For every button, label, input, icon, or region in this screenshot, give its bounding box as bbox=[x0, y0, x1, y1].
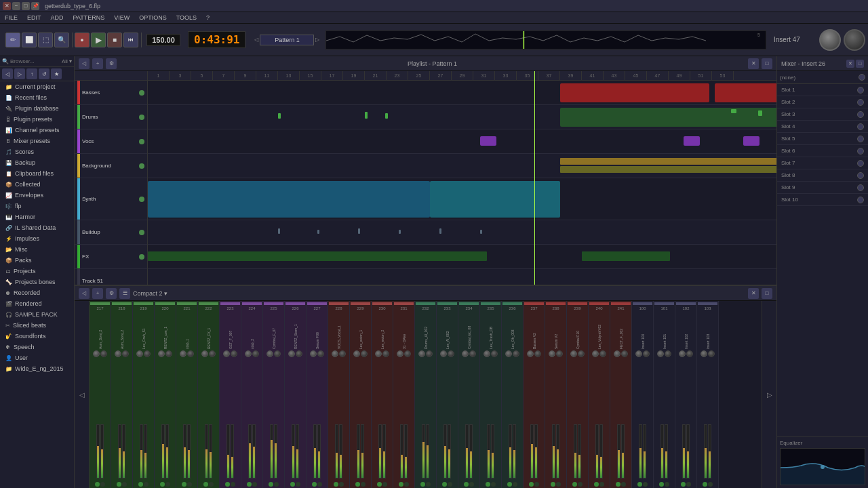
mixer-channel-230[interactable]: 230 Lex_exion_2 bbox=[372, 301, 393, 488]
ch-led-green-13[interactable] bbox=[377, 482, 382, 487]
playlist-add[interactable]: + bbox=[92, 58, 103, 69]
insert-slot-7[interactable]: Slot 7 bbox=[777, 157, 868, 169]
ch-knob-vol-14[interactable] bbox=[397, 350, 403, 357]
tool-draw[interactable]: ✏ bbox=[5, 33, 20, 47]
track-label-background[interactable]: Background bbox=[75, 154, 147, 178]
mixer-close[interactable]: ✕ bbox=[748, 288, 759, 299]
track-mute-basses[interactable] bbox=[139, 90, 144, 96]
ch-led-off-4[interactable] bbox=[187, 482, 192, 487]
track-mute-vocs[interactable] bbox=[139, 139, 144, 144]
ch-knob-pan-28[interactable] bbox=[708, 350, 715, 357]
master-pitch-knob[interactable] bbox=[844, 29, 865, 51]
insert-slot-2-knob[interactable] bbox=[857, 99, 864, 106]
ch-knob-vol-24[interactable] bbox=[614, 350, 620, 357]
sidebar-item-scores[interactable]: 🎵Scores bbox=[0, 146, 74, 157]
mixer-channel-223[interactable]: 223 GET_F_007 bbox=[220, 301, 241, 488]
menu-patterns[interactable]: PATTERNS bbox=[71, 14, 107, 21]
ch-led-off-12[interactable] bbox=[361, 482, 366, 487]
ch-led-green-18[interactable] bbox=[486, 482, 490, 487]
track-label-buildup[interactable]: Buildup bbox=[75, 220, 147, 245]
ch-led-green-2[interactable] bbox=[138, 482, 143, 487]
track-label-basses[interactable]: Basses bbox=[75, 81, 147, 105]
sidebar-item-envelopes[interactable]: 📈Envelopes bbox=[0, 190, 74, 201]
sidebar-item-clipboard-files[interactable]: 📋Clipboard files bbox=[0, 168, 74, 179]
ch-led-off-21[interactable] bbox=[556, 482, 561, 487]
sidebar-item-user[interactable]: 👤User bbox=[0, 352, 74, 363]
sidebar-up-btn[interactable]: ↑ bbox=[26, 68, 37, 79]
mixer-channel-240[interactable]: 240 Lex_VolynthY02 bbox=[589, 301, 610, 488]
ch-knob-pan-23[interactable] bbox=[599, 350, 606, 357]
mixer-channel-220[interactable]: 220 RENTZ_con_1 bbox=[155, 301, 176, 488]
buildup-dot-3[interactable] bbox=[358, 228, 360, 234]
insert-slot-5[interactable]: Slot 5 bbox=[777, 133, 868, 145]
mixer-channel-235[interactable]: 235 Lex_Trash_DB bbox=[480, 301, 502, 488]
drums-block-4[interactable] bbox=[731, 109, 736, 113]
mixer-channel-225[interactable]: 225 Cymbal_F_07 bbox=[263, 301, 285, 488]
maximize-icon[interactable]: □ bbox=[22, 2, 30, 10]
ch-led-off-5[interactable] bbox=[209, 482, 214, 487]
ch-knob-vol-0[interactable] bbox=[93, 350, 100, 357]
pattern-block-basses-1[interactable] bbox=[560, 83, 709, 102]
track-label-drums[interactable]: Drums bbox=[75, 105, 147, 129]
ch-knob-vol-25[interactable] bbox=[635, 350, 642, 357]
ch-led-off-1[interactable] bbox=[122, 482, 127, 487]
pin-icon[interactable]: 📌 bbox=[31, 2, 39, 10]
sidebar-item-plugin-presets[interactable]: 🎛Plugin presets bbox=[0, 114, 74, 125]
insert-slot-8-knob[interactable] bbox=[857, 172, 864, 179]
track-label-51[interactable]: Track 51 bbox=[75, 269, 147, 285]
ch-knob-pan-4[interactable] bbox=[187, 350, 194, 357]
ch-knob-vol-17[interactable] bbox=[462, 350, 469, 357]
buildup-dot-1[interactable] bbox=[278, 228, 280, 234]
ch-knob-pan-15[interactable] bbox=[426, 350, 433, 357]
bg-block-bottom[interactable] bbox=[560, 166, 776, 173]
menu-file[interactable]: FILE bbox=[3, 14, 20, 21]
close-icon[interactable]: ✕ bbox=[3, 2, 11, 10]
insert-slot-6-knob[interactable] bbox=[857, 148, 864, 155]
mixer-channel-224[interactable]: 224 stab_2 bbox=[241, 301, 263, 488]
ch-knob-vol-15[interactable] bbox=[418, 350, 425, 357]
mixer-channel-101[interactable]: 101 Insert 101 bbox=[654, 301, 675, 488]
insert-slot-7-knob[interactable] bbox=[857, 160, 864, 167]
ch-led-green-11[interactable] bbox=[334, 482, 338, 487]
sidebar-refresh-btn[interactable]: ↺ bbox=[39, 68, 50, 79]
sidebar-item-soundfonts[interactable]: 🎷Soundfonts bbox=[0, 331, 74, 342]
vocs-block-3[interactable] bbox=[743, 136, 760, 146]
ch-knob-pan-26[interactable] bbox=[665, 350, 671, 357]
mixer-channel-233[interactable]: 233 Lex_Al_002 bbox=[437, 301, 458, 488]
ch-led-off-8[interactable] bbox=[274, 482, 279, 487]
drums-block-1[interactable] bbox=[278, 113, 281, 119]
tool-select[interactable]: ⬜ bbox=[22, 33, 37, 47]
menu-help[interactable]: ? bbox=[204, 14, 212, 21]
ch-knob-vol-18[interactable] bbox=[484, 350, 490, 357]
track-mute-fx[interactable] bbox=[139, 254, 144, 260]
mixer-nav-right[interactable]: ▷ bbox=[762, 301, 776, 488]
ch-knob-pan-17[interactable] bbox=[469, 350, 476, 357]
mixer-channel-241[interactable]: 241 FECT_F_002 bbox=[610, 301, 632, 488]
mixer-scroll-area[interactable]: ◁ 217 Asm_Soni_2 218 bbox=[75, 301, 776, 488]
mixer-channel-232[interactable]: 232 Drums_Al_002 bbox=[415, 301, 437, 488]
ch-knob-vol-5[interactable] bbox=[201, 350, 208, 357]
menu-tools[interactable]: TOOLS bbox=[174, 14, 199, 21]
insert-slot-3-knob[interactable] bbox=[857, 111, 864, 118]
ch-led-green-7[interactable] bbox=[247, 482, 252, 487]
mixer-view[interactable]: ☰ bbox=[119, 288, 130, 299]
synth-block-1[interactable] bbox=[148, 181, 430, 218]
track-row-51[interactable] bbox=[148, 269, 776, 285]
menu-options[interactable]: OPTIONS bbox=[137, 14, 169, 21]
ch-knob-pan-9[interactable] bbox=[296, 350, 302, 357]
mixer-channel-102[interactable]: 102 Insert 102 bbox=[675, 301, 697, 488]
ch-led-off-26[interactable] bbox=[665, 482, 669, 487]
ch-led-green-25[interactable] bbox=[637, 482, 642, 487]
ch-knob-vol-22[interactable] bbox=[570, 350, 577, 357]
ch-led-off-0[interactable] bbox=[100, 482, 105, 487]
track-row-basses[interactable] bbox=[148, 81, 776, 105]
sidebar-item-collected[interactable]: 📦Collected bbox=[0, 179, 74, 190]
mixer-arrow-right[interactable]: ▷ bbox=[767, 391, 772, 399]
ch-knob-pan-25[interactable] bbox=[643, 350, 650, 357]
insert-slot-10-knob[interactable] bbox=[857, 197, 864, 203]
ch-knob-vol-19[interactable] bbox=[505, 350, 512, 357]
track-row-background[interactable] bbox=[148, 154, 776, 178]
ch-knob-pan-22[interactable] bbox=[578, 350, 585, 357]
ch-led-green-3[interactable] bbox=[160, 482, 165, 487]
menu-view[interactable]: VIEW bbox=[112, 14, 132, 21]
